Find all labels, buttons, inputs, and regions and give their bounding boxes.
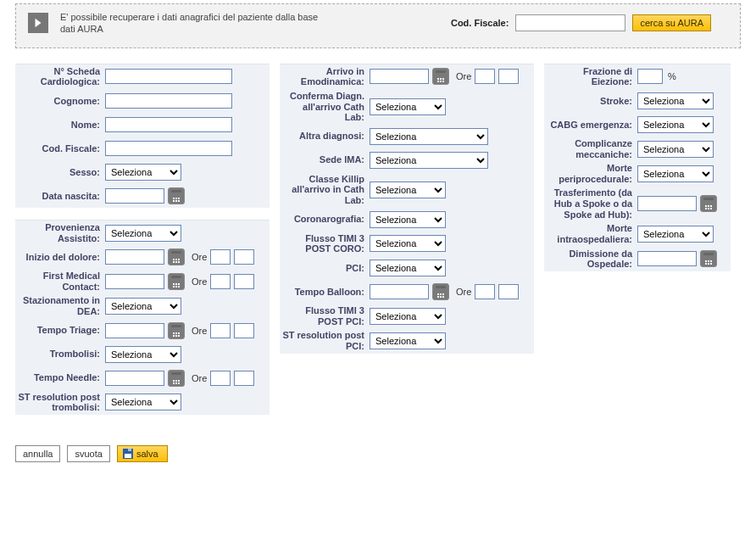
inizio-dolore-date-input[interactable] [105, 249, 164, 265]
trombolisi-select[interactable]: Seleziona [105, 346, 181, 363]
tempo-triage-ore-m[interactable] [234, 323, 254, 338]
trasferimento-date-input[interactable] [637, 196, 697, 211]
calendar-icon[interactable] [168, 322, 185, 339]
label-provenienza: Provenienza Assistito: [17, 222, 102, 243]
sesso-select[interactable]: Seleziona [105, 164, 181, 181]
cabg-select[interactable]: Seleziona [637, 116, 714, 133]
emodinamica-block: Arrivo in Emodinamica: Ore Conferma Diag… [280, 64, 534, 354]
tempo-balloon-ore-h[interactable] [475, 284, 495, 299]
label-stazionamento: Stazionamento in DEA: [17, 295, 102, 316]
ore-label: Ore [192, 326, 207, 336]
label-inizio-dolore: Inizio del dolore: [17, 252, 102, 263]
ore-label: Ore [192, 276, 207, 287]
label-sede-ima: Sede IMA: [281, 154, 366, 165]
label-fe: Frazione di Eiezione: [546, 66, 634, 87]
timi3-pci-select[interactable]: Seleziona [370, 308, 446, 325]
arrow-right-icon [28, 13, 48, 33]
data-nascita-input[interactable] [105, 188, 164, 204]
label-morte-peri: Morte periprocedurale: [546, 163, 634, 184]
aura-lookup-panel: E' possibile recuperare i dati anagrafic… [15, 3, 741, 48]
calendar-icon[interactable] [700, 250, 717, 267]
label-dimissione: Dimissione da Ospedale: [546, 248, 634, 270]
label-morte-intra: Morte intraospedaliera: [546, 223, 634, 244]
pci-select[interactable]: Seleziona [370, 260, 446, 276]
label-classe-killip: Classe Killip all'arrivo in Cath Lab: [281, 174, 366, 206]
fmc-date-input[interactable] [105, 274, 164, 289]
fmc-ore-h[interactable] [210, 274, 231, 289]
percent-label: % [668, 71, 676, 81]
calendar-icon[interactable] [432, 68, 449, 85]
scheda-input[interactable] [105, 69, 232, 84]
label-stroke: Stroke: [546, 96, 634, 107]
st-res-pci-select[interactable]: Seleziona [370, 332, 446, 349]
label-cognome: Cognome: [17, 96, 102, 107]
search-aura-button[interactable]: cerca su AURA [632, 14, 711, 31]
calendar-icon[interactable] [700, 195, 717, 212]
tempo-needle-ore-h[interactable] [210, 371, 231, 386]
st-res-tromb-select[interactable]: Seleziona [105, 394, 181, 410]
coronarografia-select[interactable]: Seleziona [370, 211, 446, 228]
svuota-button[interactable]: svuota [67, 445, 109, 462]
fmc-ore-m[interactable] [234, 274, 254, 289]
esiti-block: Frazione di Eiezione: % Stroke: Selezion… [544, 64, 731, 271]
label-altra-diagnosi: Altra diagnosi: [281, 131, 366, 142]
cognome-input[interactable] [105, 93, 232, 109]
anagrafica-block: N° Scheda Cardiologica: Cognome: Nome: C… [15, 64, 270, 208]
altra-diagnosi-select[interactable]: Seleziona [370, 128, 488, 145]
calendar-icon[interactable] [168, 370, 185, 387]
cod-fiscale-search-label: Cod. Fiscale: [451, 18, 509, 28]
label-st-res-tromb: ST resolution post trombolisi: [17, 392, 102, 413]
sede-ima-select[interactable]: Seleziona [370, 152, 488, 169]
label-tempo-triage: Tempo Triage: [17, 325, 102, 336]
label-timi3-coro: Flusso TIMI 3 POST CORO: [281, 233, 366, 254]
label-arrivo-emo: Arrivo in Emodinamica: [281, 66, 366, 87]
ore-label: Ore [192, 252, 207, 262]
tempi-block: Provenienza Assistito: Seleziona Inizio … [15, 220, 270, 415]
label-scheda: N° Scheda Cardiologica: [17, 66, 102, 87]
ore-label: Ore [456, 71, 471, 81]
cod-fiscale-input[interactable] [105, 141, 232, 156]
label-st-res-pci: ST resolution post PCI: [281, 330, 366, 351]
conferma-diagn-select[interactable]: Seleziona [370, 98, 446, 115]
timi3-coro-select[interactable]: Seleziona [370, 235, 446, 252]
fe-input[interactable] [637, 69, 663, 84]
tempo-triage-date-input[interactable] [105, 323, 164, 338]
label-timi3-pci: Flusso TIMI 3 POST PCI: [281, 305, 366, 327]
classe-killip-select[interactable]: Seleziona [370, 181, 446, 198]
calendar-icon[interactable] [432, 283, 449, 300]
inizio-dolore-ore-h[interactable] [210, 249, 231, 265]
aura-hint-text: E' possibile recuperare i dati anagrafic… [60, 11, 331, 36]
action-bar: annulla svuota salva [15, 445, 741, 462]
inizio-dolore-ore-m[interactable] [234, 249, 254, 265]
stazionamento-select[interactable]: Seleziona [105, 298, 181, 315]
calendar-icon[interactable] [168, 273, 185, 290]
provenienza-select[interactable]: Seleziona [105, 225, 181, 242]
morte-peri-select[interactable]: Seleziona [637, 165, 714, 182]
cod-fiscale-search-input[interactable] [515, 14, 625, 31]
calendar-icon[interactable] [168, 187, 185, 204]
stroke-select[interactable]: Seleziona [637, 92, 714, 109]
tempo-needle-ore-m[interactable] [234, 371, 254, 386]
arrivo-emo-ore-h[interactable] [475, 69, 495, 84]
arrivo-emo-date-input[interactable] [370, 69, 429, 84]
complicanze-select[interactable]: Seleziona [637, 141, 714, 158]
tempo-balloon-date-input[interactable] [370, 284, 429, 299]
salva-label: salva [136, 449, 158, 459]
tempo-needle-date-input[interactable] [105, 371, 164, 386]
arrivo-emo-ore-m[interactable] [498, 69, 519, 84]
morte-intra-select[interactable]: Seleziona [637, 226, 714, 243]
nome-input[interactable] [105, 117, 232, 132]
save-icon [123, 449, 133, 459]
calendar-icon[interactable] [168, 248, 185, 265]
tempo-balloon-ore-m[interactable] [498, 284, 519, 299]
annulla-button[interactable]: annulla [15, 445, 60, 462]
label-complicanze: Complicanze meccaniche: [546, 138, 634, 159]
dimissione-date-input[interactable] [637, 251, 697, 266]
label-nome: Nome: [17, 120, 102, 131]
label-cabg: CABG emergenza: [546, 120, 634, 131]
label-fmc: First Medical Contact: [17, 271, 102, 292]
label-coronarografia: Coronarografia: [281, 214, 366, 225]
tempo-triage-ore-h[interactable] [210, 323, 231, 338]
salva-button[interactable]: salva [117, 445, 168, 462]
label-tempo-balloon: Tempo Balloon: [281, 287, 366, 298]
